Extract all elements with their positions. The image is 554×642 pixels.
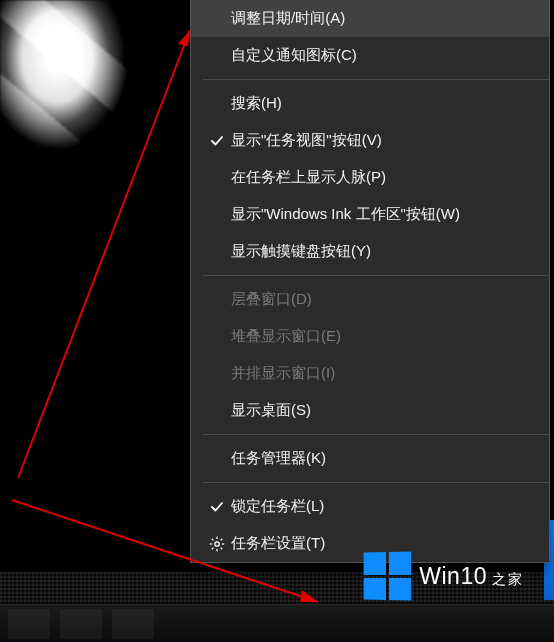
desktop-wallpaper	[0, 0, 190, 572]
menu-item-label: 显示桌面(S)	[231, 401, 533, 420]
svg-point-0	[215, 541, 219, 545]
taskbar-slot[interactable]	[112, 609, 154, 639]
menu-item-label: 调整日期/时间(A)	[231, 9, 533, 28]
menu-item-label: 任务栏设置(T)	[231, 534, 533, 553]
menu-item-show-touch-keyboard[interactable]: 显示触摸键盘按钮(Y)	[191, 233, 549, 270]
watermark-text: Win10 之家	[419, 563, 524, 590]
menu-separator	[203, 482, 549, 483]
menu-item-label: 锁定任务栏(L)	[231, 497, 533, 516]
svg-line-5	[212, 538, 214, 540]
menu-item-label: 显示"任务视图"按钮(V)	[231, 131, 533, 150]
menu-item-task-manager[interactable]: 任务管理器(K)	[191, 440, 549, 477]
svg-line-6	[221, 547, 223, 549]
menu-separator	[203, 79, 549, 80]
taskbar[interactable]	[0, 604, 554, 642]
taskbar-context-menu: 调整日期/时间(A) 自定义通知图标(C) 搜索(H) 显示"任务视图"按钮(V…	[190, 0, 550, 563]
menu-separator	[203, 275, 549, 276]
menu-item-label: 显示触摸键盘按钮(Y)	[231, 242, 533, 261]
menu-item-label: 在任务栏上显示人脉(P)	[231, 168, 533, 187]
menu-item-label: 搜索(H)	[231, 94, 533, 113]
menu-item-side-by-side-windows: 并排显示窗口(I)	[191, 355, 549, 392]
svg-line-7	[212, 547, 214, 549]
menu-item-label: 层叠窗口(D)	[231, 290, 533, 309]
menu-item-customize-notification-icons[interactable]: 自定义通知图标(C)	[191, 37, 549, 74]
menu-item-label: 任务管理器(K)	[231, 449, 533, 468]
menu-item-stack-windows: 堆叠显示窗口(E)	[191, 318, 549, 355]
menu-item-label: 并排显示窗口(I)	[231, 364, 533, 383]
menu-item-show-ink-workspace[interactable]: 显示"Windows Ink 工作区"按钮(W)	[191, 196, 549, 233]
menu-item-show-taskview-button[interactable]: 显示"任务视图"按钮(V)	[191, 122, 549, 159]
menu-item-cascade-windows: 层叠窗口(D)	[191, 281, 549, 318]
watermark: Win10 之家	[363, 552, 524, 600]
watermark-brand-main: Win10	[419, 563, 487, 590]
menu-item-adjust-datetime[interactable]: 调整日期/时间(A)	[191, 0, 549, 37]
menu-item-label: 堆叠显示窗口(E)	[231, 327, 533, 346]
menu-item-search[interactable]: 搜索(H)	[191, 85, 549, 122]
gear-icon	[203, 536, 231, 552]
check-icon	[203, 500, 231, 514]
menu-item-show-desktop[interactable]: 显示桌面(S)	[191, 392, 549, 429]
taskbar-slot[interactable]	[8, 609, 50, 639]
menu-item-label: 显示"Windows Ink 工作区"按钮(W)	[231, 205, 533, 224]
check-icon	[203, 134, 231, 148]
menu-item-lock-taskbar[interactable]: 锁定任务栏(L)	[191, 488, 549, 525]
menu-item-label: 自定义通知图标(C)	[231, 46, 533, 65]
windows-logo-icon	[364, 552, 412, 601]
menu-separator	[203, 434, 549, 435]
taskbar-slot[interactable]	[60, 609, 102, 639]
watermark-brand-sub: 之家	[492, 571, 524, 589]
svg-line-8	[221, 538, 223, 540]
menu-item-show-people[interactable]: 在任务栏上显示人脉(P)	[191, 159, 549, 196]
